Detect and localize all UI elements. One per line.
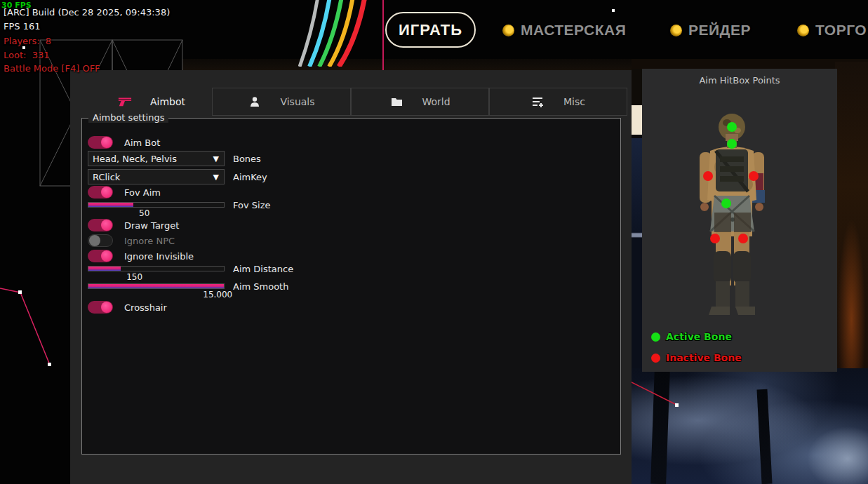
aimbot-settings-group: Aimbot settings Aim Bot Head, Neck, Pelv…	[81, 118, 621, 455]
hud-fps: FPS 161	[4, 21, 284, 32]
bones-row: Head, Neck, Pelvis ▼ Bones	[88, 151, 261, 166]
tab-aimbot[interactable]: Aimbot	[91, 88, 212, 116]
legend-active-bone: Active Bone	[651, 331, 732, 342]
pistol-icon	[118, 95, 132, 109]
fov-size-value: 50	[139, 208, 149, 218]
bones-label: Bones	[233, 154, 261, 164]
legend-label: Inactive Bone	[666, 352, 742, 363]
hitbox-preview-panel: Aim HitBox Points	[642, 69, 837, 372]
aim-distance-row: 150 Aim Distance	[88, 266, 225, 271]
ignore-npc-toggle[interactable]	[88, 234, 113, 247]
menu-item-label: ТОРГО	[815, 22, 867, 39]
aim-smooth-slider[interactable]	[88, 283, 225, 289]
hud-battle-mode: Battle Mode [F4] OFF	[4, 63, 284, 74]
tab-label: Visuals	[280, 96, 314, 107]
hitbox-dot-pelvis	[721, 199, 731, 208]
play-button[interactable]: ИГРАТЬ	[385, 12, 476, 48]
bones-value: Head, Neck, Pelvis	[93, 154, 213, 164]
hitbox-dots	[642, 69, 837, 372]
legend-inactive-bone: Inactive Bone	[651, 352, 742, 363]
hud-players-count: Players: 8	[4, 36, 284, 46]
tab-visuals[interactable]: Visuals	[212, 88, 351, 116]
hitbox-dot-neck	[727, 139, 737, 149]
hitbox-dot-left-thigh	[710, 234, 720, 243]
tracer-path-bottom-left	[0, 283, 60, 371]
hitbox-dot-left-shoulder	[703, 171, 713, 181]
background-ice-patch	[800, 421, 868, 484]
aimkey-row: RClick ▼ AimKey	[88, 169, 267, 184]
aim-smooth-value: 15.000	[203, 290, 232, 300]
crosshair-row: Crosshair	[88, 301, 167, 314]
person-icon	[248, 95, 262, 109]
aim-distance-label: Aim Distance	[233, 264, 293, 274]
bones-dropdown[interactable]: Head, Neck, Pelvis ▼	[88, 151, 225, 166]
coin-icon	[670, 25, 682, 36]
aimkey-label: AimKey	[233, 172, 267, 182]
aim-bot-row: Aim Bot	[88, 136, 160, 149]
aimkey-value: RClick	[93, 172, 213, 182]
playlist-add-icon	[531, 95, 545, 109]
tab-label: Aimbot	[150, 96, 185, 107]
hud-loot-count: Loot: 331	[4, 50, 284, 60]
hitbox-dot-right-thigh	[738, 234, 748, 243]
tracer-line-vertical	[382, 0, 384, 70]
aim-bot-toggle[interactable]	[88, 136, 113, 149]
ignore-invisible-toggle[interactable]	[88, 250, 113, 262]
group-title: Aimbot settings	[88, 112, 168, 123]
crosshair-label: Crosshair	[124, 302, 167, 313]
menu-item-label: РЕЙДЕР	[688, 22, 751, 39]
ignore-npc-row: Ignore NPC	[88, 234, 175, 247]
menu-item-trade[interactable]: ТОРГО	[797, 19, 868, 41]
neon-rainbow-sign	[298, 0, 382, 67]
menu-item-workshop[interactable]: МАСТЕРСКАЯ	[502, 19, 626, 41]
aim-distance-value: 150	[126, 272, 142, 282]
tracer-line-bottom-right	[629, 380, 685, 412]
screen: 30 FPS [ARC] Build (Dec 28 2025, 09:43:3…	[0, 0, 868, 484]
draw-target-row: Draw Target	[88, 219, 179, 231]
fov-aim-label: Fov Aim	[124, 187, 161, 198]
tab-label: World	[422, 96, 450, 107]
fov-aim-toggle[interactable]	[88, 186, 113, 199]
ignore-invisible-row: Ignore Invisible	[88, 250, 194, 262]
active-bone-dot-icon	[651, 332, 660, 342]
hud-overlay: 30 FPS [ARC] Build (Dec 28 2025, 09:43:3…	[1, 1, 15, 107]
folder-icon	[389, 95, 403, 109]
aim-bot-label: Aim Bot	[124, 137, 160, 148]
ignore-npc-label: Ignore NPC	[124, 236, 175, 246]
crosshair-toggle[interactable]	[88, 301, 113, 314]
coin-icon	[502, 25, 514, 36]
hud-build-info: [ARC] Build (Dec 28 2025, 09:43:38)	[4, 7, 284, 18]
esp-marker-dot	[612, 9, 615, 12]
hitbox-dot-right-shoulder	[749, 171, 759, 181]
fov-size-row: 50 Fov Size	[88, 202, 225, 208]
inactive-bone-dot-icon	[651, 354, 660, 363]
aim-smooth-row: 15.000 Aim Smooth	[88, 283, 225, 289]
background-rock-column	[835, 62, 868, 372]
ignore-invisible-label: Ignore Invisible	[124, 251, 194, 262]
legend-label: Active Bone	[666, 331, 732, 342]
tab-label: Misc	[563, 96, 585, 107]
fov-size-label: Fov Size	[233, 200, 270, 210]
menu-item-label: МАСТЕРСКАЯ	[521, 22, 626, 39]
cheat-menu-panel: Aimbot Visuals World	[70, 70, 632, 484]
aim-smooth-label: Aim Smooth	[233, 281, 288, 292]
aimkey-dropdown[interactable]: RClick ▼	[88, 169, 225, 184]
tab-misc[interactable]: Misc	[489, 88, 627, 116]
fov-aim-row: Fov Aim	[88, 186, 161, 199]
fov-size-slider[interactable]	[88, 202, 225, 208]
chevron-down-icon: ▼	[213, 173, 219, 182]
tab-world[interactable]: World	[351, 88, 489, 116]
aim-distance-slider[interactable]	[88, 266, 225, 271]
esp-marker-dot	[22, 46, 25, 49]
coin-icon	[797, 25, 809, 36]
menu-item-raider[interactable]: РЕЙДЕР	[670, 19, 751, 41]
hitbox-dot-head	[727, 122, 737, 132]
draw-target-toggle[interactable]	[88, 219, 113, 231]
chevron-down-icon: ▼	[213, 154, 219, 163]
draw-target-label: Draw Target	[124, 220, 179, 231]
